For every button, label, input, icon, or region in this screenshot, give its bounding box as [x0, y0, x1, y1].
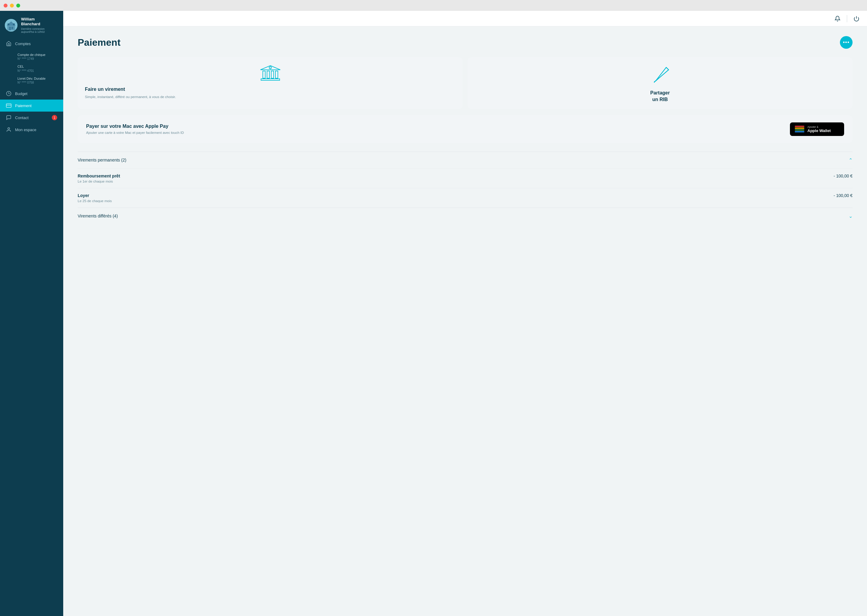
- cel-label: CEL: [17, 64, 61, 69]
- svg-rect-5: [8, 24, 9, 25]
- sub-nav-livret[interactable]: Livret Dév. Durable N° **** 0758: [15, 75, 63, 86]
- titlebar: [0, 0, 867, 11]
- notification-button[interactable]: [834, 15, 841, 22]
- profile-info: WilliamBlanchard Dernière connexion aujo…: [21, 17, 58, 33]
- svg-line-23: [656, 70, 668, 81]
- sidebar-profile: WilliamBlanchard Dernière connexion aujo…: [0, 11, 63, 38]
- stripe-yellow: [795, 127, 804, 129]
- svg-rect-16: [276, 71, 278, 78]
- svg-rect-8: [6, 104, 11, 107]
- loyer-name: Loyer: [78, 193, 112, 198]
- monespace-label: Mon espace: [15, 127, 36, 132]
- virements-differes-section: Virements différés (4) ⌄: [78, 207, 853, 225]
- svg-rect-1: [7, 25, 15, 30]
- budget-label: Budget: [15, 91, 27, 96]
- maximize-button[interactable]: [16, 4, 20, 8]
- comptes-label: Comptes: [15, 41, 31, 46]
- transfer-item-loyer[interactable]: Loyer Le 25 de chaque mois - 100,00 €: [78, 188, 853, 207]
- rib-card[interactable]: Partagerun RIB: [468, 57, 853, 109]
- rib-content: Partagerun RIB: [649, 64, 671, 103]
- virements-permanents-section: Virements permanents (2) ⌃ Remboursement…: [78, 152, 853, 207]
- apple-pay-card[interactable]: Payer sur votre Mac avec Apple Pay Ajout…: [78, 115, 853, 143]
- virements-permanents-toggle[interactable]: Virements permanents (2) ⌃: [78, 152, 853, 168]
- svg-line-22: [666, 68, 668, 70]
- sub-nav-cel[interactable]: CEL N° **** 4701: [15, 63, 63, 74]
- transfer-item-remboursement[interactable]: Remboursement prêt Le 1er de chaque mois…: [78, 168, 853, 188]
- sub-nav-comptes: Compte de chèque N° **** 1749 CEL N° ***…: [0, 50, 63, 88]
- clock-icon: [6, 91, 11, 96]
- profile-last-login: Dernière connexion aujourd'hui à 12h02: [21, 27, 58, 33]
- svg-rect-6: [13, 24, 15, 25]
- transfer-loyer-info: Loyer Le 25 de chaque mois: [78, 193, 112, 203]
- stripe-green: [795, 129, 804, 130]
- chevron-up-icon: ⌃: [849, 157, 853, 163]
- sub-nav-cheque[interactable]: Compte de chèque N° **** 1749: [15, 51, 63, 63]
- bank-icon-area: €: [85, 64, 456, 82]
- topbar-divider: [847, 15, 847, 22]
- svg-point-10: [8, 127, 9, 129]
- transfer-remboursement-info: Remboursement prêt Le 1er de chaque mois: [78, 174, 120, 183]
- remboursement-amount: - 100,00 €: [834, 174, 853, 178]
- paiement-label: Paiement: [15, 104, 32, 108]
- close-button[interactable]: [4, 4, 8, 8]
- content-area: Paiement •••: [63, 27, 867, 616]
- wallet-icon: [795, 126, 804, 132]
- apple-pay-title: Payer sur votre Mac avec Apple Pay: [86, 124, 184, 129]
- svg-rect-15: [271, 71, 274, 78]
- sidebar-item-monespace[interactable]: Mon espace: [0, 124, 63, 136]
- avatar: [5, 19, 17, 31]
- main-panel: Paiement •••: [63, 11, 867, 616]
- svg-rect-17: [261, 79, 280, 80]
- apple-pay-desc: Ajouter une carte à votre Mac et payer f…: [86, 131, 184, 134]
- svg-line-20: [656, 68, 666, 81]
- virements-differes-toggle[interactable]: Virements différés (4) ⌄: [78, 207, 853, 225]
- virements-permanents-label: Virements permanents (2): [78, 158, 126, 162]
- svg-rect-3: [9, 27, 11, 30]
- profile-name: WilliamBlanchard: [21, 17, 58, 26]
- wallet-big-text: Apple Wallet: [807, 129, 831, 133]
- page-title: Paiement: [78, 37, 120, 48]
- loyer-amount: - 100,00 €: [834, 193, 853, 198]
- topbar: [63, 11, 867, 27]
- cards-row: € Faire un virement Simple, instantané, …: [78, 57, 853, 109]
- sidebar-item-comptes[interactable]: Comptes: [0, 38, 63, 50]
- home-icon: [6, 41, 11, 46]
- minimize-button[interactable]: [10, 4, 14, 8]
- livret-label: Livret Dév. Durable: [17, 76, 61, 81]
- svg-rect-14: [267, 71, 270, 78]
- cheque-num: N° **** 1749: [17, 57, 61, 61]
- remboursement-sub: Le 1er de chaque mois: [78, 179, 120, 183]
- sidebar-item-contact[interactable]: Contact 1: [0, 112, 63, 124]
- rib-title: Partagerun RIB: [649, 90, 671, 103]
- wallet-small-text: Ajouter à: [807, 126, 831, 129]
- sidebar: WilliamBlanchard Dernière connexion aujo…: [0, 11, 63, 616]
- virement-desc: Simple, instantané, différé ou permanent…: [85, 94, 456, 99]
- bank-icon: €: [260, 64, 281, 82]
- livret-num: N° **** 0758: [17, 81, 61, 85]
- apple-wallet-button[interactable]: Ajouter à Apple Wallet: [790, 123, 844, 136]
- cel-num: N° **** 4701: [17, 69, 61, 73]
- pen-icon: [649, 64, 671, 85]
- loyer-sub: Le 25 de chaque mois: [78, 199, 112, 203]
- sidebar-item-paiement[interactable]: Paiement: [0, 99, 63, 112]
- sidebar-item-budget[interactable]: Budget: [0, 88, 63, 99]
- virement-card[interactable]: € Faire un virement Simple, instantané, …: [78, 57, 463, 109]
- payment-icon: [6, 103, 11, 108]
- stripe-red: [795, 126, 804, 127]
- svg-rect-4: [11, 27, 13, 29]
- page-header: Paiement •••: [78, 36, 853, 49]
- contact-badge: 1: [52, 115, 57, 120]
- contact-label: Contact: [15, 115, 28, 120]
- apple-pay-text: Payer sur votre Mac avec Apple Pay Ajout…: [86, 124, 184, 134]
- more-button[interactable]: •••: [840, 36, 853, 49]
- wallet-text: Ajouter à Apple Wallet: [807, 126, 831, 133]
- remboursement-name: Remboursement prêt: [78, 174, 120, 178]
- stripe-blue: [795, 131, 804, 132]
- svg-rect-13: [263, 71, 265, 78]
- chat-icon: [6, 115, 11, 120]
- pen-icon-area: [649, 64, 671, 85]
- virements-differes-label: Virements différés (4): [78, 214, 118, 218]
- virements-permanents-list: Remboursement prêt Le 1er de chaque mois…: [78, 168, 853, 207]
- cheque-label: Compte de chèque: [17, 53, 61, 57]
- power-button[interactable]: [853, 15, 860, 22]
